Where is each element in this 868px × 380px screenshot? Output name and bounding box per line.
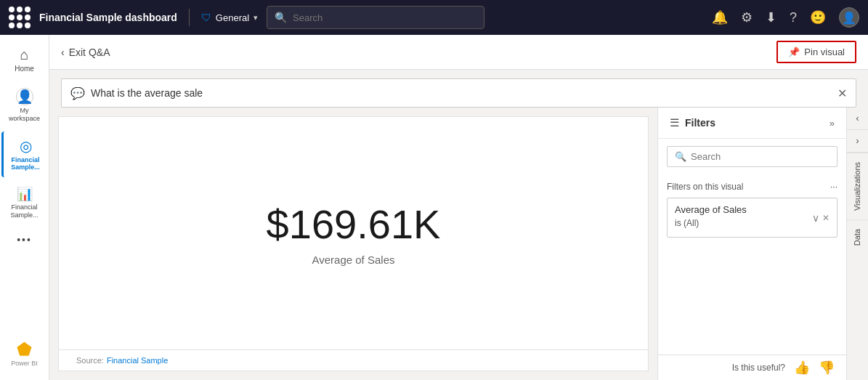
- section-label: General: [216, 12, 249, 23]
- search-input[interactable]: [293, 12, 476, 23]
- filter-icon: ☰: [670, 116, 679, 129]
- topbar: Financial Sample dashboard 🛡 General ▾ 🔍…: [0, 0, 868, 35]
- exit-qna-button[interactable]: ‹ Exit Q&A: [61, 47, 110, 58]
- side-tabs: ‹ › Visualizations Data: [846, 108, 868, 380]
- help-icon[interactable]: ?: [790, 10, 797, 25]
- filter-label: Average of Sales: [675, 204, 747, 215]
- filter-item-icons: ∨ ✕: [812, 212, 830, 224]
- filters-search: 🔍: [667, 146, 837, 167]
- sidebar-item-financial-1-label: Financial Sample...: [7, 156, 45, 172]
- home-icon: ⌂: [20, 47, 28, 63]
- avatar[interactable]: 👤: [839, 7, 859, 28]
- pin-visual-button[interactable]: 📌 Pin visual: [776, 41, 856, 63]
- filters-title: Filters: [685, 117, 824, 129]
- filters-panel: ☰ Filters » 🔍 Filters on this visual ···: [657, 108, 846, 380]
- source-prefix: Source:: [76, 356, 104, 365]
- close-icon[interactable]: ✕: [837, 86, 847, 100]
- tab-data-label: Data: [853, 229, 861, 246]
- qna-bar: ‹ Exit Q&A 📌 Pin visual: [49, 35, 868, 70]
- sidebar-item-home[interactable]: ⌂ Home: [1, 41, 48, 79]
- filter-clear-icon[interactable]: ✕: [822, 213, 830, 223]
- collapse-left-icon[interactable]: ‹: [847, 108, 868, 130]
- feedback-smiley-icon[interactable]: 🙂: [810, 9, 826, 25]
- filter-chevron-icon[interactable]: ∨: [812, 212, 819, 224]
- settings-icon[interactable]: ⚙: [741, 9, 753, 25]
- download-icon[interactable]: ⬇: [766, 9, 776, 25]
- sidebar-item-financial-2[interactable]: 📊 Financial Sample...: [1, 180, 48, 225]
- sidebar-item-home-label: Home: [15, 65, 34, 73]
- filters-expand-icon[interactable]: »: [830, 118, 835, 129]
- chat-icon: 💬: [70, 86, 85, 100]
- notification-icon[interactable]: 🔔: [712, 9, 728, 25]
- filters-search-input[interactable]: [691, 151, 830, 162]
- filter-value: is (All): [675, 215, 747, 231]
- avatar-icon: 👤: [842, 11, 856, 25]
- shield-icon: 🛡: [201, 12, 211, 23]
- chart-outer: $169.61K Average of Sales Source: Financ…: [49, 108, 657, 380]
- pin-visual-label: Pin visual: [804, 47, 845, 57]
- source-link[interactable]: Financial Sample: [107, 356, 168, 365]
- qna-input[interactable]: [91, 87, 832, 99]
- sidebar-bottom: ⬟ Power BI: [11, 339, 38, 374]
- feedback-text: Is this useful?: [732, 363, 785, 373]
- right-panel: ☰ Filters » 🔍 Filters on this visual ···: [657, 108, 868, 380]
- sidebar: ⌂ Home 👤 Myworkspace ◎ Financial Sample.…: [0, 35, 49, 380]
- thumbs-down-icon[interactable]: 👎: [819, 360, 835, 376]
- source-row: Source: Financial Sample: [58, 350, 649, 371]
- content-inner: $169.61K Average of Sales Source: Financ…: [49, 108, 868, 380]
- pin-icon: 📌: [788, 47, 800, 57]
- filters-section-title: Filters on this visual: [667, 182, 743, 192]
- more-icon: •••: [17, 234, 32, 246]
- chevron-left-icon: ‹: [61, 47, 65, 58]
- search-icon: 🔍: [275, 12, 287, 23]
- filters-section: Filters on this visual ··· Average of Sa…: [658, 174, 846, 245]
- filter-item: Average of Sales is (All) ∨ ✕: [667, 198, 837, 238]
- topbar-icons: 🔔 ⚙ ⬇ ? 🙂 👤: [712, 7, 859, 28]
- chevron-down-icon: ▾: [253, 13, 258, 23]
- chart-area: $169.61K Average of Sales: [58, 116, 649, 350]
- filters-more-icon[interactable]: ···: [830, 182, 837, 192]
- exit-qna-label: Exit Q&A: [69, 47, 110, 58]
- tab-visualizations[interactable]: Visualizations: [847, 153, 868, 219]
- thumbs-up-icon[interactable]: 👍: [794, 360, 810, 376]
- chart-value: $169.61K: [267, 201, 441, 248]
- chart-label: Average of Sales: [312, 254, 395, 266]
- filters-header: ☰ Filters »: [658, 108, 846, 139]
- tab-visualizations-label: Visualizations: [853, 162, 861, 211]
- powerbi-logo[interactable]: ⬟: [17, 339, 32, 360]
- powerbi-label: Power BI: [11, 360, 38, 367]
- sidebar-item-financial-2-label: Financial Sample...: [4, 203, 45, 219]
- feedback-bar: Is this useful? 👍 👎: [658, 355, 846, 380]
- search-bar[interactable]: 🔍: [267, 6, 484, 29]
- filters-section-header: Filters on this visual ···: [667, 182, 837, 192]
- sidebar-item-more[interactable]: •••: [1, 228, 48, 251]
- search-icon: 🔍: [675, 151, 686, 162]
- filter-item-content: Average of Sales is (All): [675, 204, 747, 231]
- bar-chart-icon: 📊: [17, 186, 33, 202]
- apps-grid-icon[interactable]: [9, 7, 31, 28]
- financial-sample-icon-1: ◎: [20, 137, 32, 155]
- sidebar-item-financial-1[interactable]: ◎ Financial Sample...: [1, 132, 48, 178]
- tab-data[interactable]: Data: [847, 219, 868, 254]
- person-icon: 👤: [16, 88, 33, 105]
- qna-input-wrap: 💬 ✕: [61, 78, 856, 108]
- sidebar-item-my-workspace[interactable]: 👤 Myworkspace: [1, 82, 48, 129]
- app-title: Financial Sample dashboard: [39, 12, 177, 23]
- sidebar-item-workspace-label: Myworkspace: [9, 107, 40, 123]
- main-layout: ⌂ Home 👤 Myworkspace ◎ Financial Sample.…: [0, 35, 868, 380]
- divider: [189, 9, 190, 26]
- content-area: ‹ Exit Q&A 📌 Pin visual 💬 ✕ $169.61K Ave…: [49, 35, 868, 380]
- section-badge[interactable]: 🛡 General ▾: [201, 12, 258, 23]
- collapse-right-icon[interactable]: ›: [847, 130, 868, 153]
